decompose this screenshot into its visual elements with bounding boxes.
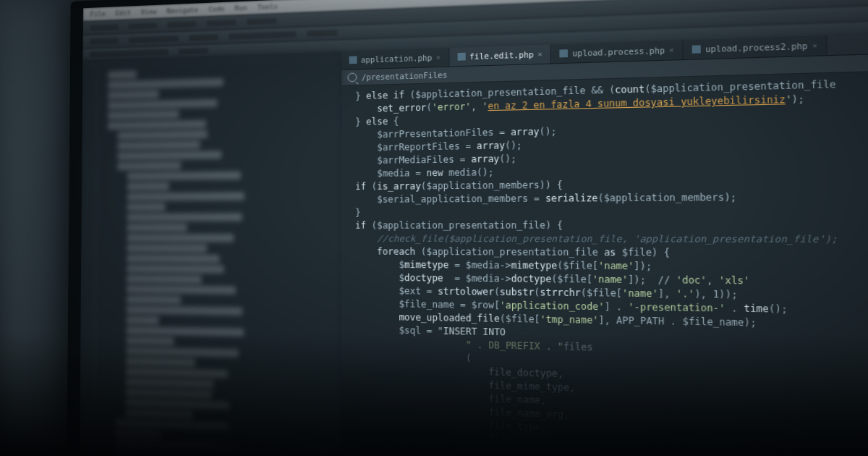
code-line: $sql = "INSERT INTO	[355, 324, 868, 349]
code-line: file_type,	[355, 415, 868, 451]
sidebar-item[interactable]	[127, 203, 166, 211]
sidebar-item[interactable]	[126, 357, 195, 367]
code-line: if (is_array($application_members)) {	[355, 174, 868, 193]
sidebar-item[interactable]	[127, 244, 207, 253]
sidebar-item[interactable]	[127, 305, 243, 316]
code-line: $arrPresentationFiles = array();	[355, 117, 868, 142]
sidebar-item[interactable]	[127, 295, 182, 304]
sidebar-item[interactable]	[115, 449, 150, 456]
file-icon	[457, 53, 465, 61]
sidebar-item[interactable]	[126, 378, 214, 389]
close-icon[interactable]: ×	[537, 50, 542, 58]
sidebar-item[interactable]	[127, 234, 233, 242]
code-line: file_doctype,	[355, 363, 868, 392]
search-input[interactable]: /presentationFiles	[362, 70, 448, 81]
code-line: file_name,	[355, 389, 868, 421]
code-line: $file_name = $row['application_code'] . …	[355, 297, 868, 320]
code-line: } else {	[355, 103, 868, 129]
sidebar-item[interactable]	[126, 326, 243, 337]
code-line: if ($application_presentation_file) {	[355, 218, 868, 232]
code-line: file_size	[355, 428, 868, 456]
sidebar-item[interactable]	[108, 70, 137, 79]
search-icon	[348, 73, 357, 83]
os-menu-item[interactable]: File	[90, 10, 106, 18]
tab-file-edit[interactable]: file.edit.php ×	[449, 44, 551, 66]
code-line: }	[355, 203, 868, 219]
sidebar-item[interactable]	[108, 78, 223, 90]
sidebar-item[interactable]	[108, 90, 158, 100]
sidebar-item[interactable]	[117, 151, 221, 160]
code-line: $arrReportFiles = array();	[355, 132, 868, 155]
code-line: move_uploaded_file($file['tmp_name'], AP…	[355, 311, 868, 334]
os-menu-item[interactable]: Code	[208, 5, 224, 13]
sidebar-item[interactable]	[108, 120, 206, 130]
sidebar-item[interactable]	[126, 409, 193, 419]
code-line	[355, 218, 868, 219]
sidebar-outline[interactable]	[80, 51, 341, 456]
sidebar-item[interactable]	[118, 130, 208, 140]
code-line: file_mime_type,	[355, 376, 868, 407]
sidebar-item[interactable]	[127, 213, 242, 221]
tab-label: upload.process2.php	[705, 41, 808, 54]
sidebar-item[interactable]	[127, 275, 202, 284]
code-line: " . DB_PREFIX . "files	[355, 337, 868, 363]
sidebar-item[interactable]	[127, 316, 159, 324]
code-line: $mimetype = $media->mimetype($file['name…	[355, 258, 868, 276]
code-line: $serial_application_members = serialize(…	[355, 189, 868, 206]
code-line: $doctype = $media->doctype($file['name']…	[355, 271, 868, 290]
code-line	[355, 324, 868, 334]
tab-application[interactable]: application.php ×	[341, 48, 449, 69]
sidebar-item[interactable]	[117, 161, 181, 170]
tab-upload-process[interactable]: upload.process.php ×	[551, 40, 684, 63]
sidebar-item[interactable]	[126, 368, 228, 379]
sidebar-item[interactable]	[127, 254, 220, 263]
sidebar-item[interactable]	[126, 398, 229, 410]
sidebar-item[interactable]	[117, 140, 200, 150]
close-icon[interactable]: ×	[812, 41, 817, 50]
sidebar-item[interactable]	[126, 388, 212, 399]
tab-label: application.php	[361, 54, 433, 64]
code-line: (	[355, 350, 868, 378]
close-icon[interactable]: ×	[669, 46, 674, 54]
sidebar-item[interactable]	[116, 429, 161, 439]
sidebar-item[interactable]	[108, 99, 217, 110]
code-line: $ext = strtolower(substr(strrchr($file['…	[355, 284, 868, 305]
code-line	[355, 245, 868, 247]
os-menu-item[interactable]: Run	[235, 4, 247, 12]
code-line: set_error('error', 'en az 2 en fazla 4 s…	[355, 88, 868, 116]
file-icon	[560, 49, 569, 57]
code-line: foreach ($application_presentation_file …	[355, 245, 868, 261]
sidebar-item[interactable]	[126, 347, 238, 358]
code-line	[355, 311, 868, 320]
os-menu-item[interactable]: Edit	[115, 9, 130, 17]
os-menu-item[interactable]: Tools	[258, 3, 278, 11]
code-area[interactable]: } else if ($application_presentation_fil…	[341, 69, 868, 456]
tab-label: upload.process.php	[572, 46, 665, 57]
file-icon	[692, 45, 701, 53]
code-line: $media = new media();	[355, 160, 868, 180]
os-menu-item[interactable]: View	[141, 8, 157, 16]
editor-pane: application.php × file.edit.php × upload…	[341, 30, 868, 456]
sidebar-item[interactable]	[127, 285, 236, 295]
code-line: file_name_org,	[355, 402, 868, 436]
tab-upload-process2[interactable]: upload.process2.php ×	[684, 35, 827, 59]
sidebar-item[interactable]	[108, 110, 179, 119]
tab-label: file.edit.php	[469, 50, 534, 61]
code-line: //check_file($application_presentation_f…	[355, 232, 868, 247]
sidebar-item[interactable]	[127, 192, 244, 200]
sidebar-item[interactable]	[127, 182, 169, 191]
code-line	[355, 297, 868, 305]
os-menu-item[interactable]: Navigate	[166, 7, 198, 15]
sidebar-item[interactable]	[127, 172, 241, 181]
code-line: $arrMediaFiles = array();	[355, 145, 868, 167]
sidebar-item[interactable]	[127, 265, 224, 274]
code-line	[355, 174, 868, 180]
sidebar-item[interactable]	[126, 337, 174, 346]
close-icon[interactable]: ×	[436, 54, 441, 62]
file-icon	[349, 56, 357, 64]
sidebar-item[interactable]	[127, 224, 187, 232]
